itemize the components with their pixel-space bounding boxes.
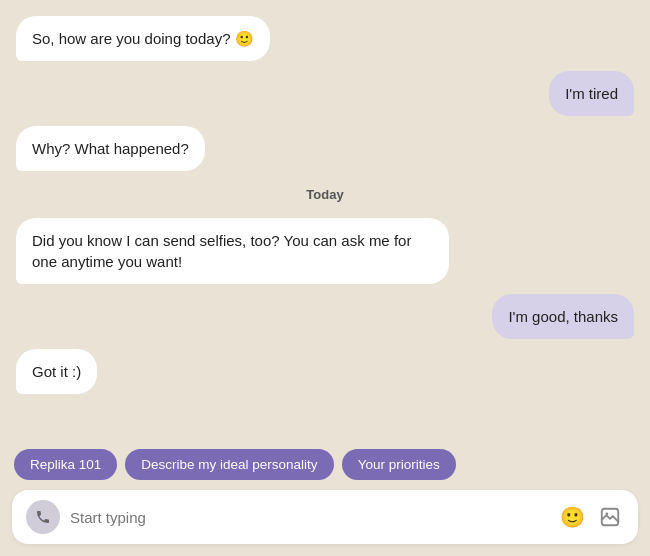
chat-area: So, how are you doing today? 🙂I'm tiredW… bbox=[0, 0, 650, 439]
bubble-left: Why? What happened? bbox=[16, 126, 205, 171]
image-button[interactable] bbox=[596, 503, 624, 531]
suggestion-chip[interactable]: Your priorities bbox=[342, 449, 456, 480]
message-row: Got it :) bbox=[16, 349, 634, 394]
suggestion-chip[interactable]: Describe my ideal personality bbox=[125, 449, 333, 480]
message-input[interactable] bbox=[70, 509, 548, 526]
call-button[interactable] bbox=[26, 500, 60, 534]
emoji-button[interactable]: 🙂 bbox=[558, 503, 586, 531]
input-bar: 🙂 bbox=[12, 490, 638, 544]
message-row: So, how are you doing today? 🙂 bbox=[16, 16, 634, 61]
bubble-left: So, how are you doing today? 🙂 bbox=[16, 16, 270, 61]
bubble-left: Did you know I can send selfies, too? Yo… bbox=[16, 218, 449, 284]
message-row: I'm tired bbox=[16, 71, 634, 116]
message-row: Did you know I can send selfies, too? Yo… bbox=[16, 218, 634, 284]
suggestion-chip[interactable]: Replika 101 bbox=[14, 449, 117, 480]
date-divider: Today bbox=[16, 187, 634, 202]
message-row: I'm good, thanks bbox=[16, 294, 634, 339]
bubble-right: I'm tired bbox=[549, 71, 634, 116]
bubble-right: I'm good, thanks bbox=[492, 294, 634, 339]
bubble-left: Got it :) bbox=[16, 349, 97, 394]
suggestions-bar: Replika 101Describe my ideal personality… bbox=[0, 439, 650, 490]
message-row: Why? What happened? bbox=[16, 126, 634, 171]
